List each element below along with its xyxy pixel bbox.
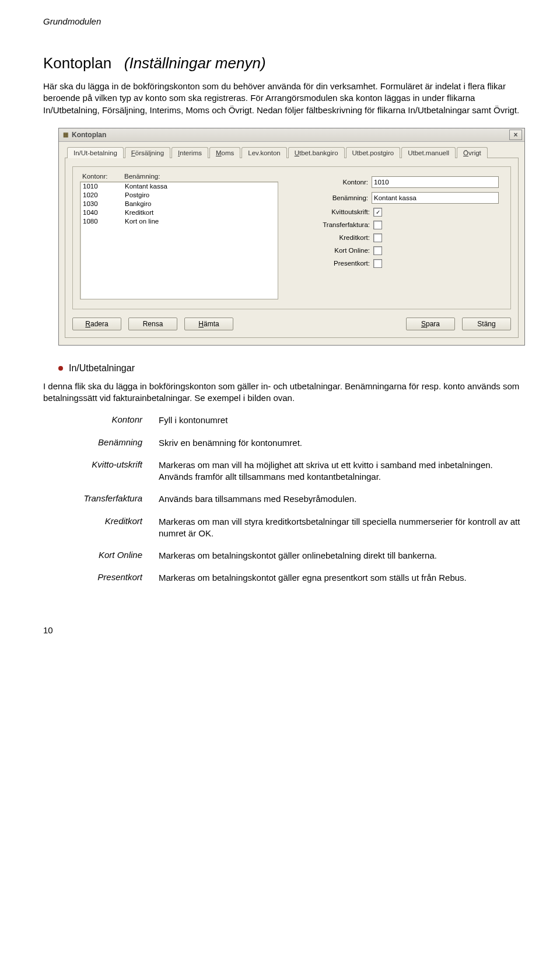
btn-hotkey: R (85, 320, 90, 328)
def-term: Kreditkort (43, 516, 159, 540)
benamning-label: Benämning: (332, 194, 368, 201)
tab-moms[interactable]: Moms (209, 147, 240, 158)
tab-label: örsäljning (135, 149, 164, 156)
def-desc: Markeras om betalningskontot gäller egna… (159, 572, 527, 584)
tab-hotkey: M (216, 149, 222, 156)
list-item[interactable]: 1080Kort on line (80, 217, 278, 226)
cell-name: Bankgiro (125, 200, 151, 208)
tab-label: Lev.konton (248, 149, 280, 156)
kreditkort-label: Kreditkort: (340, 234, 370, 241)
presentkort-checkbox[interactable] (373, 259, 382, 268)
presentkort-label: Presentkort: (334, 260, 370, 267)
def-term: Kvitto-utskrift (43, 459, 159, 483)
cell-nr: 1030 (83, 200, 125, 208)
kvittoutskrift-label: Kvittoutskrift: (331, 208, 370, 215)
tab-inut[interactable]: In/Ut-betalning (67, 147, 124, 158)
tab-panel: Kontonr: Benämning: 1010Kontant kassa 10… (65, 158, 519, 338)
def-term: Presentkort (43, 572, 159, 584)
page-number: 10 (43, 625, 527, 635)
def-row: KreditkortMarkeras om man vill styra kre… (43, 516, 527, 540)
tab-utbet-manuell[interactable]: Utbet.manuell (401, 147, 456, 158)
spara-button[interactable]: Spara (406, 318, 455, 330)
transferfaktura-label: Transferfaktura: (323, 221, 370, 228)
tab-utbet-postgiro[interactable]: Utbet.postgiro (346, 147, 401, 158)
title-subtitle: (Inställningar menyn) (124, 54, 266, 72)
window-close-button[interactable]: × (509, 130, 522, 140)
def-desc: Fyll i kontonumret (159, 414, 527, 426)
account-listbox[interactable]: 1010Kontant kassa 1020Postgiro 1030Bankg… (80, 182, 278, 299)
btn-label: adera (90, 320, 108, 328)
rensa-button[interactable]: Rensa (128, 318, 177, 330)
window-icon: ▦ (61, 131, 69, 139)
def-desc: Markeras om betalningskontot gäller onli… (159, 550, 527, 562)
tab-interims[interactable]: Interims (172, 147, 208, 158)
def-row: KontonrFyll i kontonumret (43, 414, 527, 426)
btn-hotkey: H (198, 320, 204, 328)
tab-bar: In/Ut-betalning Försäljning Interims Mom… (65, 147, 519, 158)
benamning-input[interactable] (372, 192, 499, 204)
kreditkort-checkbox[interactable] (373, 233, 382, 242)
title-main: Kontoplan (43, 54, 111, 72)
tab-utbet-bankgiro[interactable]: Utbet.bankgiro (288, 147, 345, 158)
list-item[interactable]: 1020Postgiro (80, 191, 278, 200)
stang-button[interactable]: Stäng (462, 318, 511, 330)
group-box: Kontonr: Benämning: 1010Kontant kassa 10… (72, 166, 511, 309)
tab-hotkey: Ö (463, 149, 468, 156)
window-title: Kontoplan (72, 131, 106, 139)
tab-hotkey: U (295, 149, 299, 156)
cell-nr: 1080 (83, 217, 125, 226)
button-row: Radera Rensa Hämta Spara Stäng (72, 318, 511, 330)
btn-hotkey: S (421, 320, 426, 328)
page-heading: Kontoplan (Inställningar menyn) (43, 54, 527, 72)
hamta-button[interactable]: Hämta (184, 318, 233, 330)
definition-list: KontonrFyll i kontonumret BenämningSkriv… (43, 414, 527, 584)
btn-label: Stäng (477, 320, 495, 328)
tab-label: nterims (180, 149, 202, 156)
tab-ovrigt[interactable]: Övrigt (457, 147, 488, 158)
def-term: Transferfaktura (43, 493, 159, 505)
tab-label: oms (222, 149, 235, 156)
running-header: Grundmodulen (43, 16, 527, 26)
tab-label: tbet.bankgiro (299, 149, 338, 156)
def-term: Kontonr (43, 414, 159, 426)
cell-name: Postgiro (125, 191, 149, 200)
btn-label: Rensa (143, 320, 163, 328)
form-pane: Kontonr: Benämning: Kvittoutskrift: ✓ (286, 173, 503, 299)
kvittoutskrift-checkbox[interactable]: ✓ (373, 208, 382, 217)
def-row: Kvitto-utskriftMarkeras om man vill ha m… (43, 459, 527, 483)
tab-hotkey: F (131, 149, 135, 156)
tab-label: Utbet.postgiro (352, 149, 394, 156)
tab-label: vrigt (468, 149, 481, 156)
list-header-kontonr: Kontonr: (82, 173, 124, 180)
def-row: PresentkortMarkeras om betalningskontot … (43, 572, 527, 584)
tab-label: In/Ut-betalning (74, 149, 117, 156)
window-titlebar: ▦ Kontoplan × (59, 128, 524, 142)
radera-button[interactable]: Radera (72, 318, 121, 330)
intro-paragraph: Här ska du lägga in de bokföringskonton … (43, 81, 527, 116)
kortonline-checkbox[interactable] (373, 246, 382, 255)
list-header-benamning: Benämning: (124, 173, 160, 180)
cell-nr: 1010 (83, 182, 125, 191)
kortonline-label: Kort Online: (334, 247, 370, 254)
list-header: Kontonr: Benämning: (80, 173, 278, 182)
cell-name: Kort on line (125, 217, 159, 226)
btn-label: para (426, 320, 440, 328)
list-item[interactable]: 1030Bankgiro (80, 200, 278, 208)
list-item[interactable]: 1040Kreditkort (80, 208, 278, 217)
list-item[interactable]: 1010Kontant kassa (80, 182, 278, 191)
def-desc: Används bara tillsammans med Resebyråmod… (159, 493, 527, 505)
transferfaktura-checkbox[interactable] (373, 221, 382, 229)
def-row: Kort OnlineMarkeras om betalningskontot … (43, 550, 527, 562)
tab-levkonton[interactable]: Lev.konton (242, 147, 286, 158)
kontonr-input[interactable] (372, 176, 499, 188)
cell-name: Kreditkort (125, 208, 153, 217)
def-term: Benämning (43, 437, 159, 449)
account-list-pane: Kontonr: Benämning: 1010Kontant kassa 10… (80, 173, 278, 299)
def-desc: Markeras om man vill styra kreditkortsbe… (159, 516, 527, 540)
btn-label: ämta (204, 320, 219, 328)
bullet-icon (58, 366, 63, 371)
cell-nr: 1040 (83, 208, 125, 217)
kontonr-label: Kontonr: (343, 179, 368, 186)
def-term: Kort Online (43, 550, 159, 562)
tab-forsaljning[interactable]: Försäljning (125, 147, 170, 158)
